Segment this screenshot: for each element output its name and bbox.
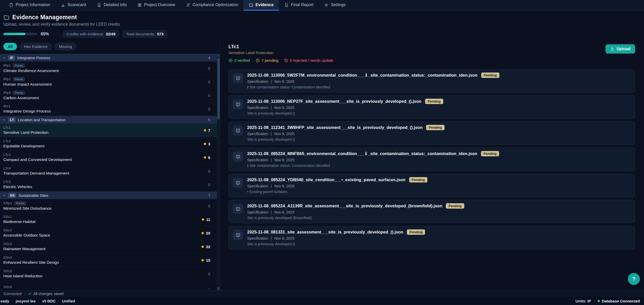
credit-name: Minimized Site Disturbance: [3, 206, 52, 211]
tab-scorecard[interactable]: Scorecard: [55, 0, 92, 11]
document-note: ℹ Site contamination status: Contaminati…: [247, 164, 499, 168]
status-badge: Pending: [409, 177, 427, 182]
document-card[interactable]: 2025-11-08_113006_NEP27F_site_assessment…: [228, 95, 635, 119]
section-header-integrative-process[interactable]: IP Integrative Process 4: [0, 54, 217, 62]
document-date: Nov 8, 2025: [274, 184, 294, 188]
credit-item-ipp1[interactable]: IPp1Prereq Climate Resilience Assessment…: [0, 62, 217, 75]
ban-icon: [284, 58, 288, 63]
credit-name: Electric Vehicles: [3, 185, 32, 189]
tab-project-information[interactable]: Project Information: [4, 0, 55, 11]
evidence-dot: [202, 259, 204, 261]
credit-item-ltc2[interactable]: LTc2 Equitable Development 3: [0, 137, 217, 151]
document-filename: 2025-11-08_081331_site_assessment___site…: [247, 230, 403, 235]
help-button[interactable]: ?: [628, 273, 640, 285]
credit-name: Integrative Design Process: [3, 109, 51, 114]
clock-icon: [256, 58, 260, 63]
document-icon-box: [233, 99, 243, 109]
verified-count: 0 verified: [228, 58, 250, 63]
document-filename: 2025-11-08_113006_5W2FTM_environmental_c…: [247, 73, 478, 78]
credit-count: 0: [208, 204, 210, 208]
document-meta: Specification Nov 8, 2025: [247, 210, 464, 214]
credit-count-value: 7: [208, 128, 210, 133]
section-header-location-transportation[interactable]: LT Location and Transportation 5: [0, 116, 217, 124]
credit-count: 6: [204, 155, 210, 160]
document-info: 2025-11-08_113006_NEP27F_site_assessment…: [247, 99, 443, 115]
document-card[interactable]: 2025-11-08_085224_YDB540_site_condition_…: [228, 174, 635, 197]
credit-name: Enhanced Resilient Site Design: [3, 260, 59, 265]
document-card[interactable]: 2025-11-08_085224_A1139R_site_assessment…: [228, 200, 635, 223]
credit-item-ipc1[interactable]: IPc1 Integrative Design Process 0: [0, 102, 217, 116]
connection-status: Connected: [4, 292, 22, 296]
credit-count-value: 11: [206, 217, 210, 222]
credit-name: Transportation Demand Management: [3, 171, 69, 176]
tab-label: Detailed Info: [104, 3, 127, 7]
credit-item-ltc1[interactable]: LTc1 Sensitive Land Protection 7: [0, 124, 217, 137]
document-filename: 2025-11-08_085224_MNFB65_environmental_c…: [247, 151, 477, 156]
credit-item-ssc3[interactable]: SSc3 Rainwater Management 32: [0, 240, 217, 253]
tab-detailed-info[interactable]: Detailed Info: [92, 0, 132, 11]
credit-item-ipp3[interactable]: IPp3Prereq Carbon Assessment 0: [0, 89, 217, 102]
section-code-badge: LT: [8, 117, 16, 122]
credit-count-value: 32: [206, 245, 210, 249]
document-note: Site is previously developed (): [247, 111, 443, 115]
document-meta: Specification Nov 8, 2025: [247, 79, 499, 84]
total-documents-chip: Total documents: 573: [123, 30, 167, 38]
tab-project-overview[interactable]: Project Overview: [132, 0, 180, 11]
ready-status: eady: [1, 299, 9, 303]
scroll-up-button[interactable]: [217, 54, 220, 57]
credit-item-ltc5[interactable]: LTc5 Electric Vehicles 0: [0, 178, 217, 191]
document-filename: 2025-11-08_085224_A1139R_site_assessment…: [247, 204, 442, 208]
document-card[interactable]: 2025-11-08_085224_MNFB65_environmental_c…: [228, 148, 635, 171]
meta-separator: [271, 184, 271, 188]
credit-item-ssc6[interactable]: SSc6 ..: [0, 281, 217, 290]
credit-code: LTc3: [3, 153, 11, 157]
document-card[interactable]: 2025-11-08_081331_site_assessment___site…: [228, 226, 635, 249]
credit-name: Carbon Assessment: [3, 96, 39, 100]
credit-count: 0: [208, 107, 210, 111]
book-icon: [235, 128, 241, 133]
credit-list: IP Integrative Process 4 IPp1Prereq Clim…: [0, 54, 220, 290]
evidence-dot: [204, 129, 206, 131]
credit-name: Compact and Connected Development: [3, 157, 72, 162]
pending-count: 7 pending: [256, 58, 278, 63]
credit-item-ipp2[interactable]: IPp2Prereq Human Impact Assessment 0: [0, 75, 217, 89]
document-type: Specification: [247, 184, 268, 188]
tab-evidence[interactable]: Evidence: [244, 0, 279, 11]
filter-missing[interactable]: Missing: [55, 43, 76, 50]
filter-all[interactable]: All: [3, 43, 17, 50]
file-text-icon: [97, 3, 101, 7]
credit-item-ssc2[interactable]: SSc2 Accessible Outdoor Space 20: [0, 226, 217, 240]
check-circle-icon: [228, 58, 233, 63]
scrollbar-thumb[interactable]: [217, 58, 220, 119]
document-card[interactable]: 2025-11-08_113006_5W2FTM_environmental_c…: [228, 69, 635, 93]
tab-compliance-optimization[interactable]: Compliance Optimization: [180, 0, 244, 11]
credit-code: LTc1: [3, 126, 11, 129]
tab-settings[interactable]: Settings: [319, 0, 351, 11]
separator: [12, 299, 13, 303]
document-icon-box: [233, 230, 243, 240]
credit-item-ltc3[interactable]: LTc3 Compact and Connected Development 6: [0, 151, 217, 164]
evidence-dot: [204, 156, 206, 159]
credit-item-ssc5[interactable]: SSc5 Heat Island Reduction 0: [0, 267, 217, 281]
tab-final-report[interactable]: Final Report: [279, 0, 319, 11]
credit-code: IPc1: [3, 104, 11, 108]
sidebar-scrollbar[interactable]: [217, 54, 220, 290]
credit-item-ssp1[interactable]: SSp1Prereq Minimized Site Disturbance 0: [0, 199, 217, 213]
credit-item-ltc4[interactable]: LTc4 Transportation Demand Management 0: [0, 164, 217, 178]
filter-has-evidence[interactable]: Has Evidence: [19, 43, 52, 50]
documents-chip-label: Total documents:: [126, 32, 155, 36]
section-header-sustainable-sites[interactable]: SS Sustainable Sites 7: [0, 191, 217, 199]
documents-chip-value: 573: [157, 32, 164, 36]
document-type: Specification: [247, 158, 268, 162]
credit-item-ssc1[interactable]: SSc1 Biodiverse Habitat 11: [0, 213, 217, 226]
book-icon: [235, 102, 241, 107]
folder-icon: [249, 3, 253, 7]
document-card[interactable]: 2025-11-08_112341_3W8HFP_site_assessment…: [228, 121, 635, 145]
credit-text: IPc1 Integrative Design Process: [3, 104, 51, 114]
document-type: Specification: [247, 236, 268, 240]
saved-status-label: All changes saved: [33, 292, 64, 296]
upload-button[interactable]: Upload: [606, 44, 635, 54]
credit-item-ssc4[interactable]: SSc4 Enhanced Resilient Site Design 15: [0, 253, 217, 267]
separator: [594, 299, 595, 303]
scroll-down-button[interactable]: [217, 287, 220, 290]
